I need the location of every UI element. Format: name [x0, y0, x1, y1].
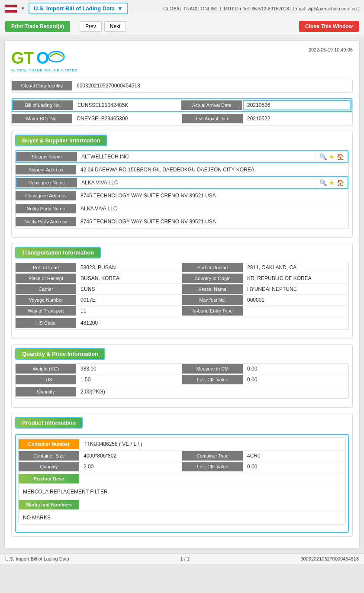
marks-numbers-label: Marks and Numbers: [19, 500, 79, 509]
shipper-address-value: 42 24 DAEHWA RO 150BEON GIL DAEDEOKGU DA…: [76, 164, 348, 175]
hs-code-value: 481200: [76, 318, 348, 328]
prod-esti-cif-label: Esti. CIF Value: [182, 462, 243, 471]
qty-price-title: Quantity & Price Information: [16, 349, 104, 359]
hs-code-label: HS Code: [16, 318, 76, 328]
hs-code-row: HS Code 481200: [16, 316, 348, 329]
logo-container: GT O GLOBAL TRADE ONLINE LIMITED: [11, 47, 78, 72]
qty-value: 2.00(PKG): [76, 387, 348, 397]
port-load-value: 58023, PUSAN: [76, 262, 182, 273]
consignee-action-icons: 🔍 ★ 🏠: [316, 179, 348, 186]
footer-center: 1 / 1: [180, 556, 189, 561]
svg-text:GT: GT: [11, 49, 34, 67]
receipt-col: Place of Receipt BUSAN, KOREA: [16, 273, 182, 284]
container-type-label: Container Type: [182, 451, 243, 461]
main-content: GT O GLOBAL TRADE ONLINE LIMITED 2022-05…: [4, 40, 360, 549]
container-size-label: Container Size: [19, 451, 79, 461]
esti-arrival-value: 20210522: [243, 113, 352, 124]
close-button[interactable]: Close This Window: [299, 21, 359, 32]
port-load-label: Port of Load: [16, 263, 76, 272]
esti-arrival-label: Esti Arrival Date: [182, 114, 243, 123]
next-button[interactable]: Next: [104, 21, 126, 32]
footer-right: 600320210527000045451​8: [300, 556, 359, 561]
company-info: GLOBAL TRADE ONLINE LIMITED ( Tel: 86-51…: [163, 6, 360, 11]
product-desc-value: MERCOLA REPLACEMENT FILTER: [19, 486, 345, 497]
page-title: U.S. Import Bill of Lading Data: [34, 5, 115, 12]
quantity-price-section: Quantity & Price Information Weight (KG)…: [11, 344, 353, 408]
actual-arrival-value: 20210526: [243, 100, 351, 110]
voyage-number-label: Voyage Number: [16, 295, 76, 305]
title-dropdown-arrow[interactable]: ▼: [117, 5, 123, 12]
vessel-name-value: HYUNDAI NEPTUNE: [243, 284, 348, 294]
transportation-title: Transportation Information: [16, 248, 100, 258]
notify-party-name-label: Notify Party Name: [16, 204, 76, 213]
consignee-name-row: Consignee Name ALKA VIVA LLC 🔍 ★ 🏠: [16, 176, 348, 189]
footer: U.S. Import Bill of Lading Data 1 / 1 60…: [0, 553, 364, 564]
global-data-section: Global Data Identity 6003202105270000454…: [11, 79, 353, 93]
qty-cif-row: Quantity 2.00 Esti. CIF Value 0.00: [19, 461, 345, 472]
product-inner-wrapper: Container Number TTNU8486258 ( VE / L / …: [15, 434, 349, 533]
master-bol-value: ONEYSELB29465300: [72, 113, 182, 124]
marks-numbers-header-row: Marks and Numbers: [19, 498, 345, 511]
notify-party-address-label: Notify Party Address: [16, 217, 76, 226]
top-bar: ▼ U.S. Import Bill of Lading Data ▼ GLOB…: [0, 0, 364, 17]
actual-arrival-label: Actual Arrival Date: [181, 100, 242, 110]
shipper-star-icon[interactable]: ★: [329, 153, 335, 160]
notify-party-name-value: ALKA VIVA LLC: [76, 203, 348, 214]
notify-party-address-row: Notify Party Address 8745 TECHNOLOGY WAY…: [16, 215, 348, 228]
carrier-value: EUNS: [76, 284, 182, 294]
shipper-home-icon[interactable]: 🏠: [337, 153, 344, 160]
container-type-col: Container Type 4CR0: [182, 451, 345, 461]
esti-cif-label: Esti. CIF Value: [182, 375, 243, 384]
svg-text:O: O: [36, 49, 49, 67]
global-data-id-label: Global Data Identity: [12, 81, 72, 90]
bond-col: In-bond Entry Type: [182, 306, 348, 316]
port-unload-col: Port of Unload 2811, OAKLAND, CA: [182, 262, 348, 273]
prev-button[interactable]: Prev: [80, 21, 102, 32]
notify-party-name-row: Notify Party Name ALKA VIVA LLC: [16, 202, 348, 215]
global-data-id-value: 600320210527000045451​8: [72, 81, 352, 91]
notify-party-address-value: 8745 TECHNOLOGY WAY SUITE CRENO NV 89521…: [76, 216, 348, 227]
teus-cif-row: TEUS 1.50 Esti. CIF Value 0.00: [16, 374, 348, 385]
prod-qty-col: Quantity 2.00: [19, 461, 182, 472]
weight-measure-row: Weight (KG) 983.00 Measure in CM 0.00: [16, 364, 348, 374]
teus-col: TEUS 1.50: [16, 374, 182, 385]
product-title: Product Information: [16, 418, 82, 428]
country-origin-label: Country of Origin: [182, 274, 243, 283]
container-number-row: Container Number TTNU8486258 ( VE / L / …: [19, 438, 345, 451]
logo-area: GT O GLOBAL TRADE ONLINE LIMITED 2022-05…: [11, 47, 353, 72]
us-flag-icon: [4, 4, 17, 13]
container-number-label: Container Number: [19, 439, 79, 449]
place-receipt-value: BUSAN, KOREA: [76, 273, 182, 284]
consignee-star-icon[interactable]: ★: [329, 179, 335, 186]
shipper-name-row: Shipper Name ALTWELLTECH INC 🔍 ★ 🏠: [16, 150, 348, 163]
print-button[interactable]: Print Trade Record(s): [5, 21, 70, 32]
global-data-row: Global Data Identity 6003202105270000454…: [12, 79, 352, 92]
teus-label: TEUS: [16, 375, 76, 384]
product-desc-value-row: MERCOLA REPLACEMENT FILTER: [19, 485, 345, 498]
consignee-home-icon[interactable]: 🏠: [337, 179, 344, 186]
consignee-address-row: Consignee Address 8745 TECHNOLOGY WAY SU…: [16, 189, 348, 202]
consignee-name-label: Consignee Name: [16, 178, 77, 187]
master-bol-label: Mater BOL No.: [12, 114, 72, 123]
container-number-value: TTNU8486258 ( VE / L / ): [79, 439, 345, 449]
place-receipt-label: Place of Receipt: [16, 274, 76, 283]
weight-value: 983.00: [76, 364, 182, 374]
consignee-search-icon[interactable]: 🔍: [319, 179, 327, 186]
container-size-value: 4000*806*802: [79, 451, 182, 461]
receipt-origin-row: Place of Receipt BUSAN, KOREA Country of…: [16, 273, 348, 284]
gto-logo: GT O: [11, 47, 68, 71]
flag-dropdown-arrow[interactable]: ▼: [21, 6, 25, 11]
manifest-col: Manifest No. 000001: [182, 295, 348, 305]
prod-cif-col: Esti. CIF Value 0.00: [182, 461, 345, 472]
manifest-no-label: Manifest No.: [182, 295, 243, 305]
shipper-search-icon[interactable]: 🔍: [319, 153, 327, 160]
shipper-name-label: Shipper Name: [16, 152, 77, 161]
teus-value: 1.50: [76, 374, 182, 385]
container-type-value: 4CR0: [243, 451, 345, 461]
bol-no-value: EUNSSEL21042485K: [73, 100, 181, 110]
buyer-supplier-title: Buyer & Supplier Information: [16, 135, 106, 145]
port-load-unload-row: Port of Load 58023, PUSAN Port of Unload…: [16, 262, 348, 273]
consignee-address-label: Consignee Address: [16, 191, 76, 200]
in-bond-value: [243, 309, 348, 313]
esti-cif-value: 0.00: [243, 374, 348, 385]
